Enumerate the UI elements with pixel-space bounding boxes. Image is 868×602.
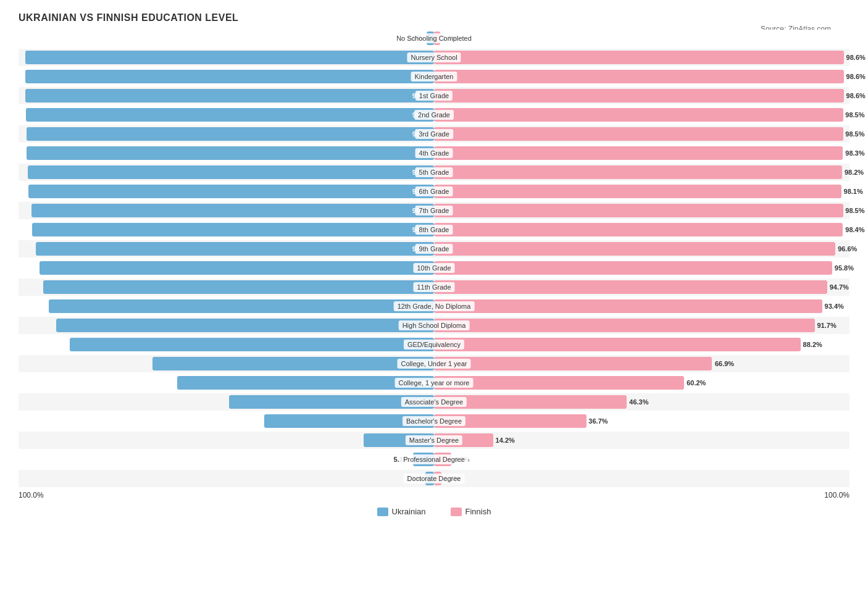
finnish-value: 14.2% (496, 437, 515, 444)
ukrainian-bar: 98% (27, 146, 434, 160)
finnish-value: 95.8% (835, 264, 854, 272)
ukrainian-bar: 98.2% (26, 108, 434, 122)
finnish-value: 66.9% (715, 360, 734, 367)
bar-area: 98% 98.3% 4th Grade (19, 144, 849, 162)
bar-row: 98.3% 98.6% Nursery School (19, 49, 849, 66)
bar-area: 16.9% 14.2% Master's Degree (19, 432, 849, 449)
category-label: 2nd Grade (414, 110, 454, 120)
bar-area: 67.7% 66.9% College, Under 1 year (19, 355, 849, 372)
finnish-bar (434, 89, 844, 102)
ukrainian-bar: 97.6% (28, 185, 434, 198)
category-label: Kindergarten (411, 72, 457, 82)
bar-row: 1.8% 1.5% No Schooling Completed (19, 30, 849, 47)
finnish-bar (434, 70, 844, 83)
finnish-bar (434, 299, 822, 313)
bar-row: 98.1% 98.5% 3rd Grade (19, 125, 849, 143)
finnish-bar (434, 51, 844, 64)
finnish-value: 98.6% (846, 92, 866, 99)
ukrainian-bar: 67.7% (152, 357, 434, 370)
finnish-bar (434, 146, 843, 160)
finnish-value: 98.5% (845, 111, 864, 119)
axis-left: 100.0% (19, 491, 44, 500)
category-label: GED/Equivalency (404, 340, 464, 349)
bar-area: 98.3% 98.6% Kindergarten (19, 68, 849, 85)
bar-row: 95.9% 96.6% 9th Grade (19, 240, 849, 257)
bar-area: 91% 91.7% High School Diploma (19, 317, 849, 334)
finnish-value: 46.3% (629, 398, 648, 406)
finnish-bar (434, 223, 843, 236)
category-label: 8th Grade (415, 225, 453, 235)
finnish-bar (434, 108, 843, 122)
bar-area: 98.3% 98.6% 1st Grade (19, 87, 849, 104)
finnish-value: 88.2% (803, 341, 822, 348)
bar-area: 94% 94.7% 11th Grade (19, 278, 849, 296)
bar-area: 49.4% 46.3% Associate's Degree (19, 393, 849, 411)
bar-row: 98.2% 98.5% 2nd Grade (19, 106, 849, 123)
bar-area: 95% 95.8% 10th Grade (19, 259, 849, 277)
bar-row: 87.7% 88.2% GED/Equivalency (19, 336, 849, 353)
ukrainian-bar: 95.9% (36, 242, 434, 256)
bar-row: 49.4% 46.3% Associate's Degree (19, 393, 849, 411)
finnish-bar (434, 338, 801, 351)
bar-area: 2.1% 1.8% Doctorate Degree (19, 470, 849, 487)
ukrainian-bar: 98.3% (25, 51, 434, 64)
category-label: College, 1 year or more (395, 378, 474, 388)
ukrainian-bar: 98.3% (25, 89, 434, 102)
bar-area: 96.7% 98.4% 8th Grade (19, 221, 849, 238)
finnish-value: 36.7% (588, 417, 607, 425)
category-label: 7th Grade (415, 206, 453, 215)
bar-row: 91% 91.7% High School Diploma (19, 317, 849, 334)
bar-row: 40.9% 36.7% Bachelor's Degree (19, 412, 849, 430)
ukrainian-bar: 96.7% (32, 223, 434, 236)
category-label: 10th Grade (413, 263, 454, 273)
bar-row: 97.6% 98.1% 6th Grade (19, 183, 849, 200)
ukrainian-bar: 98.1% (27, 127, 434, 141)
category-label: 11th Grade (413, 282, 454, 292)
bar-row: 98% 98.3% 4th Grade (19, 144, 849, 162)
bar-row: 98.3% 98.6% Kindergarten (19, 68, 849, 85)
legend-finnish: Finnish (451, 507, 491, 516)
bar-area: 87.7% 88.2% GED/Equivalency (19, 336, 849, 353)
finnish-value: 98.6% (846, 54, 866, 61)
finnish-bar (434, 242, 835, 256)
bar-row: 94% 94.7% 11th Grade (19, 278, 849, 296)
category-label: No Schooling Completed (393, 33, 475, 43)
bar-area: 95.9% 96.6% 9th Grade (19, 240, 849, 257)
bar-area: 98.1% 98.5% 3rd Grade (19, 125, 849, 143)
category-label: High School Diploma (399, 320, 470, 330)
finnish-value: 96.6% (838, 245, 857, 253)
category-label: Nursery School (407, 52, 461, 62)
category-label: 4th Grade (415, 148, 453, 158)
finnish-value: 98.4% (845, 226, 864, 233)
finnish-bar (434, 261, 832, 275)
ukrainian-bar: 95% (40, 261, 434, 275)
bar-area: 96.9% 98.5% 7th Grade (19, 202, 849, 219)
category-label: 9th Grade (415, 244, 453, 254)
finnish-value: 94.7% (830, 283, 849, 291)
bar-area: 92.7% 93.4% 12th Grade, No Diploma (19, 298, 849, 315)
legend-color-finnish (451, 508, 462, 516)
finnish-value: 98.1% (844, 188, 863, 195)
bar-area: 1.8% 1.5% No Schooling Completed (19, 30, 849, 47)
finnish-bar (434, 165, 842, 179)
finnish-bar (434, 280, 827, 294)
bar-area: 97.6% 98.1% 6th Grade (19, 183, 849, 200)
finnish-bar (434, 319, 815, 332)
chart-title: UKRAINIAN VS FINNISH EDUCATION LEVEL (19, 12, 849, 23)
category-label: College, Under 1 year (397, 359, 470, 369)
finnish-value: 91.7% (817, 322, 837, 329)
bar-area: 98.2% 98.5% 2nd Grade (19, 106, 849, 123)
category-label: 6th Grade (415, 186, 453, 196)
category-label: 12th Grade, No Diploma (394, 301, 475, 311)
bottom-axis: 100.0% 100.0% (19, 491, 849, 500)
category-label: Bachelor's Degree (403, 416, 465, 426)
bar-row: 95% 95.8% 10th Grade (19, 259, 849, 277)
ukrainian-bar: 96.9% (31, 204, 434, 217)
bar-row: 96.9% 98.5% 7th Grade (19, 202, 849, 219)
category-label: Professional Degree (399, 454, 469, 464)
ukrainian-bar: 98.3% (25, 70, 434, 83)
finnish-value: 98.3% (845, 149, 864, 157)
bar-row: 61.8% 60.2% College, 1 year or more (19, 374, 849, 391)
finnish-value: 93.4% (825, 303, 844, 310)
legend-label-ukrainian: Ukrainian (392, 507, 426, 516)
